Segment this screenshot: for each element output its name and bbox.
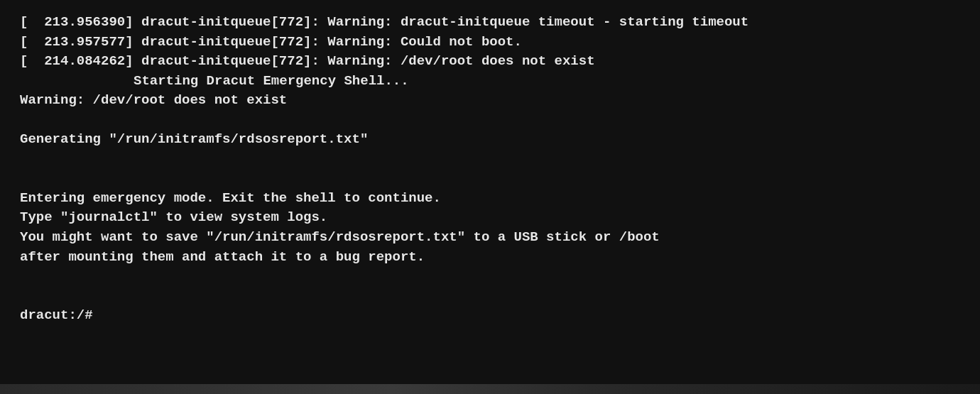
terminal-line-line2: [ 213.957577] dracut-initqueue[772]: War… xyxy=(20,33,960,53)
terminal-line-line5: Warning: /dev/root does not exist xyxy=(20,91,960,111)
terminal-line-line1: [ 213.956390] dracut-initqueue[772]: War… xyxy=(20,13,960,33)
terminal-line-line3: [ 214.084262] dracut-initqueue[772]: War… xyxy=(20,52,960,72)
terminal-line-line8: Type "journalctl" to view system logs. xyxy=(20,208,960,228)
terminal-line-blank3 xyxy=(20,169,960,189)
terminal-line-line6: Generating "/run/initramfs/rdsosreport.t… xyxy=(20,130,960,150)
terminal-line-line10: after mounting them and attach it to a b… xyxy=(20,248,960,268)
terminal-line-blank2 xyxy=(20,150,960,170)
terminal-line-blank1 xyxy=(20,111,960,131)
terminal-screen[interactable]: [ 213.956390] dracut-initqueue[772]: War… xyxy=(0,0,980,394)
terminal-line-line9: You might want to save "/run/initramfs/r… xyxy=(20,228,960,248)
terminal-line-line7: Entering emergency mode. Exit the shell … xyxy=(20,189,960,209)
terminal-line-prompt: dracut:/# xyxy=(20,306,960,326)
terminal-line-blank4 xyxy=(20,267,960,287)
terminal-line-blank5 xyxy=(20,287,960,307)
bottom-taskbar xyxy=(0,384,980,394)
terminal-line-line4: Starting Dracut Emergency Shell... xyxy=(20,72,960,92)
